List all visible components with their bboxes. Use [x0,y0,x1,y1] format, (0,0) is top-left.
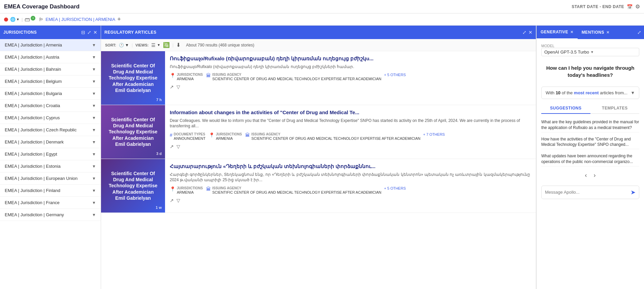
mentions-tab-close[interactable]: ✕ [606,30,610,35]
filter-btn-2[interactable]: ▽ [176,198,180,203]
jurisdiction-item-14[interactable]: EMEA | Jurisdiction | Germany▼ [0,209,101,221]
agency-col-1: ISSUING AGENCY SCIENTIFIC CENTER OF DRUG… [251,132,420,140]
articles-expand-btn[interactable]: ⤢ [522,30,526,35]
calendar-icon[interactable]: 📅 [627,4,633,9]
message-input[interactable] [545,190,629,195]
articles-list: Scientific Center OfDrug And MedicalTech… [101,51,536,289]
share-btn-0[interactable]: ↗ [170,84,174,90]
jurisdiction-item-1[interactable]: EMEA | Jurisdiction | Austria▼ [0,51,101,63]
nav-prev-btn[interactable]: ‹ [585,172,587,179]
templates-tab[interactable]: TEMPLATES [590,103,640,113]
article-time-1: 3 d [156,151,162,156]
model-select-dropdown[interactable]: OpenAI GPT-3.5 Turbo ▼ [541,48,639,56]
jurisdiction-item-6[interactable]: EMEA | Jurisdiction | Cyprus▼ [0,112,101,124]
article-time-2: 1 w [156,205,162,210]
list-view-icon[interactable]: ☰ [151,42,156,48]
views-chevron: ▼ [157,43,160,47]
jurisdiction-item-7[interactable]: EMEA | Jurisdiction | Czech Republic▼ [0,124,101,136]
jurisdiction-arrow-14: ▼ [92,213,96,217]
toolbar-divider: | [132,43,133,47]
tab-generative[interactable]: GENERATIVE ✕ [537,26,578,39]
ai-question: How can I help you navigate through toda… [541,64,639,78]
jurisdictions-header-actions: ⊟ ⤢ ✕ [81,30,97,35]
jurisdiction-meta-label-2: JURISDICTIONS [177,186,203,190]
jurisdiction-item-4[interactable]: EMEA | Jurisdiction | Bulgaria▼ [0,88,101,100]
agency-value-0: SCIENTIFIC CENTER OF DRUG AND MEDICAL TE… [212,77,381,81]
articles-header-actions: ⤢ ✕ [522,30,533,35]
suggestion-item-0[interactable]: What are the key guidelines provided in … [541,118,639,132]
jurisdictions-expand-btn[interactable]: ⤢ [87,30,91,35]
recent-articles-selector[interactable]: With 10 of the most recent articles from… [541,87,639,99]
share-btn-2[interactable]: ↗ [170,198,174,203]
breadcrumb[interactable]: EMEA | JURISDICTION | ARMENIA [45,17,115,22]
articles-toolbar: SORT: 🕐 ▼ | VIEWS: ☰ ▼ 🈯 | ⬇ About 790 r… [101,39,536,51]
globe-chevron: ▼ [16,18,20,21]
article-thumb-1: Scientific Center OfDrug And MedicalTech… [101,105,165,159]
jurisdictions-panel-header: JURISDICTIONS ⊟ ⤢ ✕ [0,26,101,39]
jurisdiction-arrow-0: ▼ [92,43,96,47]
articles-title: REGULATORY ARTICLES [104,30,520,35]
agency-meta-1: 🏛 ISSUING AGENCY SCIENTIFIC CENTER OF DR… [245,132,445,140]
jurisdiction-item-8[interactable]: EMEA | Jurisdiction | Denmark▼ [0,136,101,148]
filter-btn-1[interactable]: ▽ [176,144,180,149]
articles-panel-header: REGULATORY ARTICLES ⤢ ✕ [101,26,536,39]
article-time-0: 7 h [156,97,162,102]
breadcrumb-flag: 🏳 [39,17,43,22]
generative-tab-close[interactable]: ✕ [570,30,574,34]
article-title-0[interactable]: Ռուֆիքսալo/Rufixalo (ռիվարոքսաբան) դեղի … [170,55,531,62]
doc-type-icon-1: # [170,132,172,138]
translate-icon[interactable]: 🈯 [163,42,170,48]
globe-button[interactable]: 🌐 ▼ [10,17,20,22]
sort-select[interactable]: 🕐 ▼ [119,43,129,47]
share-btn-1[interactable]: ↗ [170,144,174,149]
filter-btn-0[interactable]: ▽ [176,84,180,90]
suggestion-item-2[interactable]: What updates have been announced regardi… [541,152,639,166]
jurisdiction-item-11[interactable]: EMEA | Jurisdiction | European Union▼ [0,172,101,185]
suggestion-item-1[interactable]: How have the activities of the "Center o… [541,135,639,150]
download-icon[interactable]: ⬇ [176,42,181,48]
agency-label-0: ISSUING AGENCY [212,73,381,77]
status-dot [4,18,8,22]
nav-next-btn[interactable]: › [594,172,596,179]
agency-value-1: SCIENTIFIC CENTER OF DRUG AND MEDICAL TE… [251,136,420,140]
jurisdiction-label-13: EMEA | Jurisdiction | France [5,200,60,205]
nav-arrows: ‹ › [541,172,639,179]
model-section: Model OpenAI GPT-3.5 Turbo ▼ [541,44,639,56]
model-label: Model [541,44,639,48]
add-button[interactable]: + [117,16,121,23]
jurisdiction-item-3[interactable]: EMEA | Jurisdiction | Belgium▼ [0,75,101,88]
jurisdiction-meta-value-0: ARMENIA [177,77,203,81]
jurisdiction-item-5[interactable]: EMEA | Jurisdiction | Croatia▼ [0,100,101,112]
jurisdiction-item-9[interactable]: EMEA | Jurisdiction | Egypt▼ [0,148,101,160]
second-bar: 🌐 ▼ | 🗃 + 🏳 EMEA | JURISDICTION | ARMENI… [0,13,644,26]
others-badge-0[interactable]: + 5 OTHERS [384,73,406,77]
tab-mentions[interactable]: MENTIONS ✕ [578,26,614,39]
jurisdiction-item-10[interactable]: EMEA | Jurisdiction | Estonia▼ [0,160,101,172]
doc-type-col-1: DOCUMENT TYPES ANNOUNCEMENT [174,132,205,140]
right-panel-expand-btn[interactable]: ⤢ [637,30,641,35]
article-excerpt-1: Dear Colleagues. We would like to inform… [170,118,531,129]
others-badge-1[interactable]: + 7 OTHERS [423,132,445,136]
jurisdiction-label-11: EMEA | Jurisdiction | European Union [5,176,77,181]
others-badge-2[interactable]: + 5 OTHERS [384,186,406,190]
jurisdiction-item-12[interactable]: EMEA | Jurisdiction | Finland▼ [0,185,101,197]
jurisdiction-item-0[interactable]: EMEA | Jurisdiction | Armenia▼ [0,39,101,51]
article-excerpt-2: Հարգելի գործընկերներ, Տեղեկացնում ենք, ո… [170,172,531,183]
jurisdictions-close-btn[interactable]: ✕ [93,30,97,35]
jurisdictions-collapse-btn[interactable]: ⊟ [81,30,85,35]
settings-icon[interactable]: ⚙ [635,3,640,10]
main-layout: JURISDICTIONS ⊟ ⤢ ✕ EMEA | Jurisdiction … [0,26,644,289]
jurisdiction-arrow-9: ▼ [92,152,96,157]
jurisdiction-item-2[interactable]: EMEA | Jurisdiction | Bahrain▼ [0,63,101,75]
send-button[interactable]: ➤ [631,189,636,196]
views-select[interactable]: ☰ ▼ [151,42,160,48]
article-title-2[interactable]: Հայտարարություն «Դեղերի և բժշկական տեխնո… [170,163,531,170]
article-title-1[interactable]: Information about changes in the activit… [170,109,531,116]
jurisdiction-item-13[interactable]: EMEA | Jurisdiction | France▼ [0,197,101,209]
articles-close-btn[interactable]: ✕ [528,30,533,35]
article-actions-0: ↗ ▽ [170,84,531,90]
article-body-0: Ռուֆիքսալo/Rufixalo (ռիվարոքսաբան) դեղի … [165,51,536,105]
jurisdiction-label-0: EMEA | Jurisdiction | Armenia [5,42,62,47]
jurisdiction-label-4: EMEA | Jurisdiction | Bulgaria [5,91,62,96]
suggestions-tab[interactable]: SUGGESTIONS [541,103,590,114]
